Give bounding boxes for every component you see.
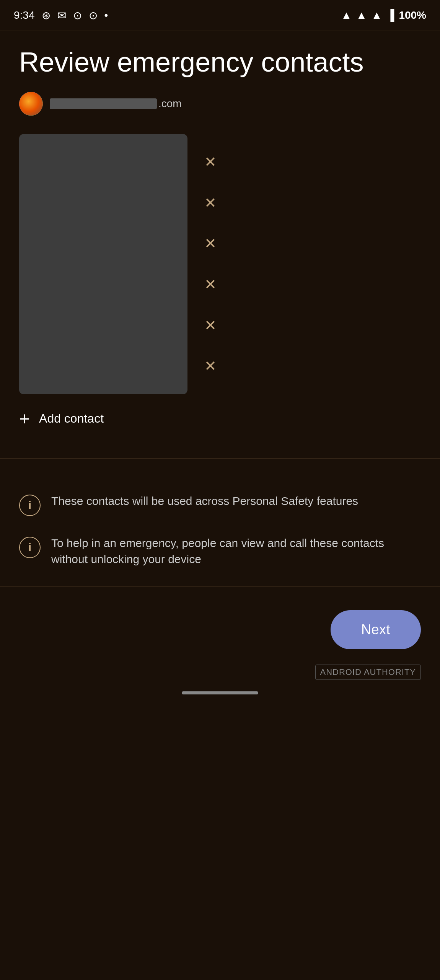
info-icon-2: i: [19, 537, 41, 558]
wifi-icon: ▲: [341, 9, 352, 21]
info-text-1: These contacts will be used across Perso…: [51, 493, 358, 509]
signal2-icon: ▲: [372, 9, 382, 21]
remove-contact-6[interactable]: ✕: [199, 354, 222, 377]
avatar-image: [19, 92, 43, 116]
add-contact-row[interactable]: + Add contact: [19, 394, 421, 443]
account-email: .com: [50, 98, 182, 110]
instagram2-icon: ⊙: [89, 9, 98, 22]
remove-contact-3[interactable]: ✕: [199, 232, 222, 255]
account-row: .com: [19, 92, 421, 116]
home-bar: [19, 684, 421, 702]
email-domain: .com: [158, 98, 182, 110]
next-row: Next: [19, 603, 421, 657]
info-row-1: i These contacts will be used across Per…: [19, 493, 421, 516]
contacts-placeholder: [19, 134, 187, 394]
status-bar: 9:34 ⊛ ✉ ⊙ ⊙ • ▲ ▲ ▲ ▐ 100%: [0, 0, 440, 31]
mail-icon: ✉: [57, 9, 66, 22]
home-indicator: [182, 691, 258, 694]
next-button[interactable]: Next: [331, 610, 421, 649]
battery-icon: ▐: [387, 9, 394, 21]
email-redacted-block: [50, 98, 157, 109]
status-bar-right: ▲ ▲ ▲ ▐ 100%: [341, 9, 426, 21]
battery-percentage: 100%: [399, 9, 426, 21]
remove-buttons-column: ✕ ✕ ✕ ✕ ✕ ✕: [199, 134, 222, 394]
watermark-text: ANDROID AUTHORITY: [315, 665, 421, 680]
remove-contact-5[interactable]: ✕: [199, 314, 222, 337]
add-icon: +: [19, 408, 30, 429]
bottom-section: Next ANDROID AUTHORITY: [0, 587, 440, 717]
info-content: i These contacts will be used across Per…: [0, 459, 440, 586]
info-section: i These contacts will be used across Per…: [19, 474, 421, 586]
info-icon-1: i: [19, 495, 41, 516]
notification-dot: •: [104, 9, 108, 21]
time-display: 9:34: [14, 9, 35, 21]
signal-icon: ▲: [356, 9, 367, 21]
info-text-2: To help in an emergency, people can view…: [51, 535, 421, 567]
contacts-section: ✕ ✕ ✕ ✕ ✕ ✕ + Add contact: [19, 134, 421, 443]
add-contact-label: Add contact: [39, 412, 104, 426]
contacts-with-remove: ✕ ✕ ✕ ✕ ✕ ✕: [19, 134, 421, 394]
status-bar-left: 9:34 ⊛ ✉ ⊙ ⊙ •: [14, 9, 108, 22]
page-title: Review emergency contacts: [19, 46, 421, 78]
instagram-icon: ⊙: [73, 9, 82, 22]
remove-contact-2[interactable]: ✕: [199, 191, 222, 214]
remove-contact-1[interactable]: ✕: [199, 150, 222, 173]
info-row-2: i To help in an emergency, people can vi…: [19, 535, 421, 567]
avatar: [19, 92, 43, 116]
remove-contact-4[interactable]: ✕: [199, 273, 222, 296]
whatsapp-icon: ⊛: [42, 9, 51, 22]
main-content: Review emergency contacts .com ✕ ✕ ✕ ✕ ✕…: [0, 31, 440, 443]
watermark: ANDROID AUTHORITY: [19, 657, 421, 684]
